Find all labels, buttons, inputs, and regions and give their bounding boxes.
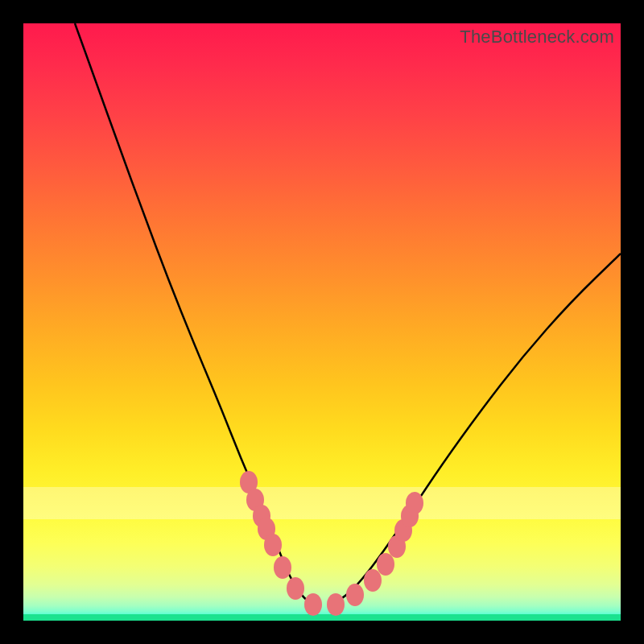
- data-dot: [327, 593, 345, 616]
- curve-left-branch: [75, 23, 313, 605]
- data-dot: [346, 584, 364, 606]
- data-dots: [240, 471, 423, 616]
- data-dot: [287, 577, 304, 600]
- outer-frame: TheBottleneck.com: [0, 0, 644, 644]
- data-dot: [364, 569, 382, 592]
- data-dot: [274, 556, 291, 579]
- curve-right-branch: [331, 254, 621, 605]
- plot-area: TheBottleneck.com: [23, 23, 621, 621]
- data-dot: [304, 593, 322, 616]
- watermark-text: TheBottleneck.com: [460, 27, 614, 47]
- chart-svg: [23, 23, 621, 621]
- data-dot: [406, 492, 423, 514]
- data-dot: [264, 534, 282, 556]
- data-dot: [377, 553, 394, 576]
